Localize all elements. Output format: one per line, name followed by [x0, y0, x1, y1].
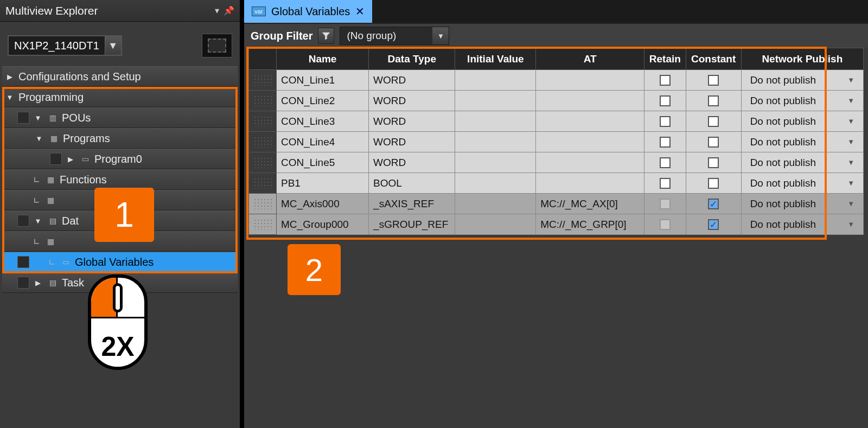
- table-row[interactable]: CON_Line1WORDDo not publish▼: [249, 70, 864, 91]
- cell-publish[interactable]: Do not publish▼: [741, 111, 863, 132]
- dropdown-icon[interactable]: ▾: [215, 5, 219, 16]
- cell-retain[interactable]: [644, 152, 686, 173]
- cell-at[interactable]: [536, 152, 644, 173]
- cell-name[interactable]: MC_Axis000: [277, 194, 369, 214]
- chevron-down-icon[interactable]: ▼: [847, 97, 854, 105]
- cell-at[interactable]: [536, 70, 644, 91]
- collapse-icon[interactable]: [33, 114, 43, 122]
- cell-datatype[interactable]: WORD: [369, 111, 455, 132]
- checkbox-icon[interactable]: [708, 137, 719, 148]
- device-chip-icon[interactable]: [202, 34, 232, 58]
- tree-node-configurations[interactable]: Configurations and Setup: [2, 66, 238, 87]
- tab-global-variables[interactable]: var Global Variables ✕: [244, 0, 372, 23]
- col-initial[interactable]: Initial Value: [455, 48, 536, 70]
- expand-icon[interactable]: [65, 155, 76, 163]
- cell-publish[interactable]: Do not publish▼: [741, 70, 863, 91]
- group-filter-combo[interactable]: (No group) ▼: [340, 27, 449, 45]
- table-row[interactable]: CON_Line4WORDDo not publish▼: [249, 132, 864, 152]
- cell-publish[interactable]: Do not publish▼: [741, 152, 863, 173]
- cell-at[interactable]: MC://_MC_AX[0]: [536, 194, 644, 214]
- cell-at[interactable]: [536, 111, 644, 132]
- cell-constant[interactable]: [686, 91, 741, 111]
- row-handle[interactable]: [249, 152, 277, 173]
- cell-at[interactable]: [536, 91, 644, 111]
- row-handle[interactable]: [249, 194, 277, 214]
- cell-at[interactable]: [536, 173, 644, 194]
- col-publish[interactable]: Network Publish: [741, 48, 863, 70]
- cell-datatype[interactable]: WORD: [369, 70, 455, 91]
- checkbox-icon[interactable]: [708, 219, 719, 230]
- checkbox-icon[interactable]: [660, 199, 671, 209]
- cell-datatype[interactable]: _sGROUP_REF: [369, 214, 455, 235]
- chevron-down-icon[interactable]: ▼: [432, 27, 449, 44]
- cell-initial[interactable]: [455, 70, 536, 91]
- checkbox-icon[interactable]: [660, 75, 671, 86]
- collapse-icon[interactable]: [34, 135, 44, 143]
- expand-icon[interactable]: [33, 279, 43, 287]
- expand-icon[interactable]: [4, 73, 15, 81]
- cell-name[interactable]: CON_Line4: [277, 132, 369, 152]
- row-handle[interactable]: [249, 132, 277, 152]
- cell-name[interactable]: CON_Line1: [277, 70, 369, 91]
- checkbox-icon[interactable]: [708, 116, 719, 127]
- chevron-down-icon[interactable]: ▼: [847, 117, 854, 125]
- cell-constant[interactable]: [686, 132, 741, 152]
- cell-publish[interactable]: Do not publish▼: [741, 214, 863, 235]
- checkbox-icon[interactable]: [660, 219, 671, 230]
- cell-retain[interactable]: [644, 111, 686, 132]
- collapse-icon[interactable]: [33, 217, 43, 225]
- tree-node-program0[interactable]: ▭ Program0: [2, 149, 238, 169]
- table-row[interactable]: CON_Line5WORDDo not publish▼: [249, 152, 864, 173]
- row-handle[interactable]: [249, 111, 277, 132]
- col-datatype[interactable]: Data Type: [369, 48, 455, 70]
- table-row[interactable]: MC_Axis000_sAXIS_REFMC://_MC_AX[0]Do not…: [249, 194, 864, 214]
- chevron-down-icon[interactable]: ▼: [105, 36, 121, 55]
- cell-initial[interactable]: [455, 194, 536, 214]
- chevron-down-icon[interactable]: ▼: [847, 158, 854, 167]
- checkbox-icon[interactable]: [708, 199, 719, 209]
- cell-at[interactable]: MC://_MC_GRP[0]: [536, 214, 644, 235]
- col-retain[interactable]: Retain: [644, 48, 686, 70]
- row-handle[interactable]: [249, 91, 277, 111]
- table-row[interactable]: MC_Group000_sGROUP_REFMC://_MC_GRP[0]Do …: [249, 214, 864, 235]
- tree-node-programs[interactable]: ▦ Programs: [2, 128, 238, 149]
- col-at[interactable]: AT: [536, 48, 644, 70]
- row-handle[interactable]: [249, 70, 277, 91]
- table-row[interactable]: CON_Line2WORDDo not publish▼: [249, 91, 864, 111]
- checkbox-icon[interactable]: [660, 137, 671, 148]
- checkbox-icon[interactable]: [660, 116, 671, 127]
- cell-retain[interactable]: [644, 194, 686, 214]
- checkbox-icon[interactable]: [708, 75, 719, 86]
- tree-checkbox[interactable]: [50, 153, 62, 165]
- checkbox-icon[interactable]: [708, 95, 719, 106]
- collapse-icon[interactable]: [4, 93, 15, 101]
- col-constant[interactable]: Constant: [686, 48, 741, 70]
- cell-initial[interactable]: [455, 214, 536, 235]
- checkbox-icon[interactable]: [660, 178, 671, 189]
- close-icon[interactable]: ✕: [355, 5, 365, 18]
- tree-checkbox[interactable]: [17, 215, 29, 227]
- cell-initial[interactable]: [455, 111, 536, 132]
- tree-node-global-variables[interactable]: ∟ ▭ Global Variables: [2, 252, 238, 272]
- checkbox-icon[interactable]: [660, 95, 671, 106]
- cell-constant[interactable]: [686, 214, 741, 235]
- cell-publish[interactable]: Do not publish▼: [741, 173, 863, 194]
- cell-constant[interactable]: [686, 70, 741, 91]
- cell-datatype[interactable]: _sAXIS_REF: [369, 194, 455, 214]
- cell-publish[interactable]: Do not publish▼: [741, 194, 863, 214]
- cell-initial[interactable]: [455, 132, 536, 152]
- chevron-down-icon[interactable]: ▼: [847, 200, 854, 208]
- cell-retain[interactable]: [644, 70, 686, 91]
- checkbox-icon[interactable]: [708, 178, 719, 189]
- chevron-down-icon[interactable]: ▼: [847, 76, 854, 84]
- cell-retain[interactable]: [644, 132, 686, 152]
- tree-checkbox[interactable]: [17, 256, 29, 268]
- cell-publish[interactable]: Do not publish▼: [741, 91, 863, 111]
- device-combo[interactable]: NX1P2_1140DT1 ▼: [8, 35, 122, 56]
- chevron-down-icon[interactable]: ▼: [847, 179, 854, 187]
- cell-datatype[interactable]: WORD: [369, 152, 455, 173]
- cell-at[interactable]: [536, 132, 644, 152]
- cell-constant[interactable]: [686, 152, 741, 173]
- cell-retain[interactable]: [644, 214, 686, 235]
- checkbox-icon[interactable]: [708, 157, 719, 168]
